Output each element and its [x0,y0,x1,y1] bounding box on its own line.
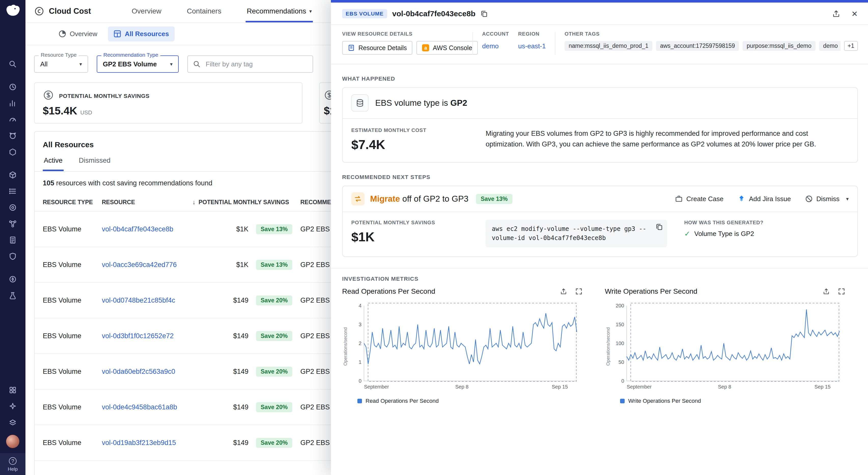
sparkle-icon[interactable] [6,400,19,413]
sort-desc-icon[interactable]: ↓ [192,199,195,206]
containers-icon[interactable] [6,168,19,181]
export-chart-icon[interactable] [560,288,567,295]
tab-recommendations[interactable]: Recommendations ▾ [246,0,313,22]
sidebar-bottom: ? Help [0,382,26,475]
svg-text:50: 50 [619,359,624,365]
next-steps-label: RECOMMENDED NEXT STEPS [342,174,858,180]
resource-link[interactable]: vol-0d3bf1f0c12652e72 [102,332,174,340]
recommendation-type-select[interactable]: Recommendation Type GP2 EBS Volume ▾ [97,56,179,73]
dismiss-button[interactable]: Dismiss ▾ [805,195,849,203]
savings-amount: $1K [192,261,248,269]
svg-text:3: 3 [359,322,362,327]
network-icon[interactable] [6,217,19,230]
jira-icon [738,195,745,203]
export-chart-icon[interactable] [823,288,830,295]
dashboards-icon[interactable] [6,97,19,110]
resource-type-cell: EBS Volume [43,403,102,411]
resource-link[interactable]: vol-0acc3e69ca42ed776 [102,261,177,269]
line-chart-svg: 01234SeptemberSep 8Sep 15 [349,299,579,394]
savings-badge: Save 13% [476,194,512,204]
monitors-icon[interactable] [6,113,19,126]
tags-list: name:mssql_iis_demo_prod_1aws_account:17… [565,41,840,51]
account-label: ACCOUNT [482,31,509,37]
add-jira-button[interactable]: Add Jira Issue [738,195,791,203]
drawer-header: EBS VOLUME vol-0b4caf7fe043ece8b ✕ [331,3,868,25]
subtab-overview[interactable]: Overview [53,27,103,41]
resource-details-button[interactable]: Resource Details [342,41,412,55]
datadog-dog-icon [5,4,20,17]
tag-filter-input[interactable] [205,60,308,69]
aws-icon: a [422,44,429,52]
history-icon[interactable] [6,80,19,94]
what-happened-card: EBS volume type is GP2 ESTIMATED MONTHLY… [342,87,858,163]
aws-console-button[interactable]: a AWS Console [416,41,478,55]
create-case-button[interactable]: Create Case [675,195,723,203]
resource-link[interactable]: vol-0d0748be21c85bf4c [102,297,175,304]
how-generated-group: HOW WAS THIS GENERATED? ✓ Volume Type is… [684,220,849,247]
subtab-all-resources[interactable]: All Resources [108,27,174,41]
estimated-cost-stat: ESTIMATED MONTHLY COST $7.4K [351,127,468,152]
chart-legend[interactable]: Write Operations Per Second [620,398,845,404]
savings-amount: $149 [192,332,248,340]
account-link[interactable]: demo [482,42,499,50]
tags-overflow-pill[interactable]: +1 [844,41,858,51]
resource-type-cell: EBS Volume [43,332,102,340]
divider [555,32,555,55]
svg-text:Sep 15: Sep 15 [814,384,831,389]
processes-icon[interactable] [6,184,19,198]
layers-icon[interactable] [6,416,19,429]
synthetics-icon[interactable] [6,273,19,286]
savings-badge: Save 20% [256,367,292,377]
copy-command-icon[interactable] [656,223,663,230]
tab-dismissed[interactable]: Dismissed [78,154,112,171]
tab-containers[interactable]: Containers [186,0,222,22]
svg-text:Sep 15: Sep 15 [552,384,568,389]
tag-pill[interactable]: demo [819,41,840,51]
expand-chart-icon[interactable] [838,288,845,295]
resource-link[interactable]: vol-0da60ebf2c563a9c0 [102,368,175,375]
resource-details-icon [348,44,355,52]
chevron-down-icon: ▾ [309,8,312,14]
close-icon[interactable]: ✕ [851,9,858,18]
security-icon[interactable] [6,250,19,263]
resource-link[interactable]: vol-0de4c9458bac61a8b [102,403,177,411]
app-root: ? Help Cloud Cost Overview Containers Re… [0,0,868,475]
chart-legend[interactable]: Read Operations Per Second [358,398,582,404]
tag-pill[interactable]: name:mssql_iis_demo_prod_1 [565,41,652,51]
svg-text:September: September [627,384,652,389]
apm-icon[interactable] [6,201,19,214]
recommendation-type-value: GP2 EBS Volume [103,60,157,68]
infrastructure-icon[interactable] [6,145,19,159]
copy-icon[interactable] [480,10,488,17]
recommendation-description: Migrating your EBS volumes from GP2 to G… [486,128,832,152]
tab-overview[interactable]: Overview [131,0,162,22]
resource-type-select[interactable]: Resource Type All ▾ [34,56,88,73]
export-icon[interactable] [832,10,840,18]
recommendation-type-label: Recommendation Type [101,52,160,58]
savings-cell: $1KSave 13% [192,224,300,234]
resource-link[interactable]: vol-0d19ab3f213eb9d15 [102,439,176,446]
tag-pill[interactable]: purpose:mssql_iis_demo [743,41,815,51]
y-axis-label: Operations/second [605,299,612,394]
tag-pill[interactable]: aws_account:172597598159 [656,41,739,51]
region-group: REGION us-east-1 [518,31,546,50]
resource-link[interactable]: vol-0b4caf7fe043ece8b [102,225,173,233]
coins-icon [43,90,54,103]
logs-icon[interactable] [6,233,19,247]
help-button[interactable]: ? Help [0,453,26,475]
potential-savings-stat: POTENTIAL MONTHLY SAVINGS $1K [351,220,468,247]
svg-text:1: 1 [359,359,362,365]
how-generated-label: HOW WAS THIS GENERATED? [684,220,849,226]
tab-active[interactable]: Active [43,154,64,171]
labs-icon[interactable] [6,289,19,302]
expand-chart-icon[interactable] [575,288,582,295]
savings-badge: Save 20% [256,438,292,448]
col-resource-type: RESOURCE TYPE [43,199,102,206]
modules-icon[interactable] [6,383,19,397]
user-avatar[interactable] [6,435,19,448]
datadog-logo[interactable] [5,4,20,19]
search-icon[interactable] [6,58,19,71]
region-link[interactable]: us-east-1 [518,42,546,50]
watchdog-icon[interactable] [6,129,19,142]
svg-text:4: 4 [359,303,362,308]
